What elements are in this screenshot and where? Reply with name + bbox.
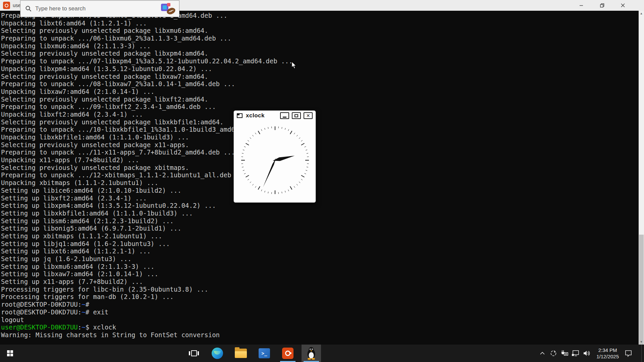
terminal-line: Setting up libice6:amd64 (2:1.0.10-1buil… bbox=[1, 187, 638, 194]
terminal-line: Setting up libsm6:amd64 (2:1.2.3-1build2… bbox=[1, 217, 638, 225]
xclock-minimize-button[interactable] bbox=[280, 112, 289, 119]
terminal-line: Unpacking libxt6:amd64 (1:1.2.1-1) ... bbox=[1, 19, 638, 27]
taskbar-task-view-button[interactable] bbox=[184, 345, 204, 362]
terminal-output[interactable]: Preparing to unpack .../05-libxt6_1%3a1.… bbox=[1, 12, 638, 345]
terminal-line: Setting up libxaw7:amd64 (2:1.0.14-1) ..… bbox=[1, 270, 638, 278]
terminal-line: Warning: Missing charsets in String to F… bbox=[1, 331, 638, 339]
scroll-down-icon[interactable]: ▼ bbox=[639, 339, 644, 345]
terminal-line: Setting up libxmu6:amd64 (2:1.1.3-3) ... bbox=[1, 263, 638, 270]
terminal-line: Setting up libjq1:amd64 (1.6-2.1ubuntu3)… bbox=[1, 240, 638, 248]
terminal-line: Preparing to unpack .../06-libxmu6_2%3a1… bbox=[1, 35, 638, 42]
windows-logo-icon bbox=[7, 350, 13, 356]
terminal-line: Unpacking libxaw7:amd64 (2:1.0.14-1) ... bbox=[1, 88, 638, 96]
volume-icon bbox=[583, 350, 591, 357]
terminal-line: Preparing to unpack .../09-libxft2_2.3.4… bbox=[1, 103, 638, 111]
terminal-line: Setting up jq (1.6-2.1ubuntu3) ... bbox=[1, 255, 638, 263]
start-button[interactable] bbox=[0, 345, 20, 362]
powershell-icon: >_ bbox=[259, 348, 270, 358]
terminal-line: Selecting previously unselected package … bbox=[1, 27, 638, 35]
xclock-close-button[interactable]: ✕ bbox=[304, 112, 313, 119]
tray-network-button[interactable] bbox=[572, 349, 580, 357]
action-center-icon bbox=[625, 349, 633, 357]
terminal-line: user@DESKTOP-D0KD7UU:~$ xclock bbox=[1, 323, 638, 331]
scrollbar-thumb[interactable] bbox=[639, 235, 644, 345]
search-placeholder: Type here to search bbox=[35, 5, 86, 12]
terminal-line: Preparing to unpack .../12-xbitmaps_1.1.… bbox=[1, 171, 638, 179]
xclock-face bbox=[234, 121, 316, 203]
action-center-button[interactable] bbox=[625, 349, 633, 357]
terminal-line: Preparing to unpack .../08-libxaw7_2%3a1… bbox=[1, 80, 638, 88]
cast-icon bbox=[550, 350, 557, 357]
terminal-line: Selecting previously unselected package … bbox=[1, 118, 638, 126]
task-view-icon bbox=[189, 349, 199, 357]
taskbar-edge-button[interactable] bbox=[208, 345, 227, 362]
xclock-app-icon bbox=[237, 113, 243, 118]
tray-clock[interactable]: 2:34 PM 1/12/2025 bbox=[594, 347, 622, 360]
hour-hand bbox=[273, 156, 294, 161]
terminal-line: Preparing to unpack .../10-libxkbfile1_1… bbox=[1, 126, 638, 133]
edge-icon bbox=[212, 348, 223, 359]
terminal-line: Selecting previously unselected package … bbox=[1, 50, 638, 57]
network-icon bbox=[572, 350, 580, 357]
close-button[interactable] bbox=[612, 0, 633, 11]
scroll-up-icon[interactable]: ▲ bbox=[639, 11, 644, 16]
mouse-cursor bbox=[291, 62, 299, 70]
chevron-up-icon bbox=[540, 352, 545, 355]
terminal-line: Setting up libonig5:amd64 (6.9.7.1-2buil… bbox=[1, 225, 638, 232]
file-explorer-icon bbox=[235, 349, 247, 358]
terminal-line: Setting up libxft2:amd64 (2.3.4-1) ... bbox=[1, 194, 638, 202]
terminal-line: Setting up libxt6:amd64 (1:1.2.1-1) ... bbox=[1, 247, 638, 255]
taskbar-ubuntu-button[interactable] bbox=[278, 345, 298, 362]
terminal-line: Setting up libxkbfile1:amd64 (1:1.1.0-1b… bbox=[1, 209, 638, 217]
terminal-line: Preparing to unpack .../07-libxpm4_1%3a3… bbox=[1, 57, 638, 65]
terminal-line: Selecting previously unselected package … bbox=[1, 73, 638, 80]
power-plug-icon bbox=[560, 350, 569, 357]
terminal-scrollbar[interactable]: ▲ ▼ bbox=[639, 11, 644, 345]
terminal-line: Selecting previously unselected package … bbox=[1, 141, 638, 149]
xclock-titlebar[interactable]: xclock ✕ bbox=[234, 111, 316, 121]
tray-date: 1/12/2025 bbox=[596, 353, 619, 360]
terminal-line: Preparing to unpack .../11-x11-apps_7.7+… bbox=[1, 148, 638, 156]
xclock-maximize-button[interactable] bbox=[292, 112, 301, 119]
tray-volume-button[interactable] bbox=[583, 349, 591, 357]
xclock-window[interactable]: xclock ✕ bbox=[233, 110, 316, 203]
terminal-line: root@DESKTOP-D0KD7UU:~# exit bbox=[1, 308, 638, 316]
minimize-icon bbox=[579, 3, 583, 7]
close-icon: ✕ bbox=[306, 113, 310, 118]
taskbar-powershell-button[interactable]: >_ bbox=[255, 345, 274, 362]
minimize-button[interactable] bbox=[571, 0, 592, 11]
minimize-icon bbox=[283, 117, 286, 118]
tray-cast-button[interactable] bbox=[549, 349, 557, 357]
terminal-line: root@DESKTOP-D0KD7UU:~# bbox=[1, 301, 638, 308]
terminal-line: Processing triggers for man-db (2.10.2-1… bbox=[1, 293, 638, 301]
xclock-title: xclock bbox=[246, 112, 265, 119]
terminal-line: logout bbox=[1, 316, 638, 324]
terminal-line: Unpacking libxft2:amd64 (2.3.4-1) ... bbox=[1, 111, 638, 118]
terminal-line: Setting up xbitmaps (1.1.1-2.1ubuntu1) .… bbox=[1, 232, 638, 240]
search-icon bbox=[25, 5, 32, 12]
terminal-line: Unpacking libxkbfile1:amd64 (1:1.1.0-1bu… bbox=[1, 133, 638, 141]
tray-expand-button[interactable] bbox=[538, 349, 546, 357]
search-box[interactable]: Type here to search bbox=[20, 0, 179, 17]
terminal-line: Unpacking libxpm4:amd64 (1:3.5.12-1ubunt… bbox=[1, 65, 638, 73]
taskbar-xclock-button[interactable] bbox=[302, 345, 321, 362]
show-desktop-button[interactable] bbox=[641, 345, 644, 362]
restore-button[interactable] bbox=[592, 0, 612, 11]
restore-icon bbox=[600, 3, 604, 8]
terminal-line: Setting up x11-apps (7.7+8build2) ... bbox=[1, 278, 638, 286]
terminal-line: Selecting previously unselected package … bbox=[1, 96, 638, 103]
terminal-line: Selecting previously unselected package … bbox=[1, 164, 638, 172]
minute-hand bbox=[263, 158, 276, 187]
maximize-icon bbox=[294, 114, 298, 117]
tray-power-button[interactable] bbox=[560, 349, 569, 357]
terminal-line: Unpacking xbitmaps (1.1.1-2.1ubuntu1) ..… bbox=[1, 179, 638, 187]
ubuntu-icon bbox=[282, 348, 293, 359]
terminal-line: Unpacking libxmu6:amd64 (2:1.1.3-3) ... bbox=[1, 42, 638, 50]
taskbar-file-explorer-button[interactable] bbox=[231, 345, 251, 362]
terminal-line: Unpacking x11-apps (7.7+8build2) ... bbox=[1, 156, 638, 164]
close-icon bbox=[621, 3, 625, 7]
desktop: user@DESKTOP-D0KD7UU: ~ Preparing to unp… bbox=[0, 0, 644, 362]
ubuntu-app-icon bbox=[3, 2, 10, 9]
search-highlights-icon[interactable] bbox=[160, 2, 177, 16]
terminal-line: Processing triggers for libc-bin (2.35-0… bbox=[1, 286, 638, 293]
